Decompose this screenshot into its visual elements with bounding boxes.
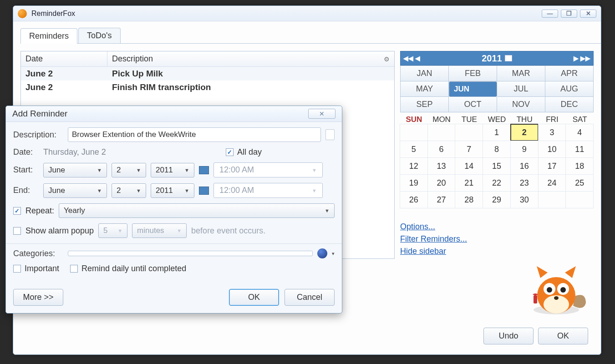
day-13[interactable]: 13 [427,157,456,175]
month-mar[interactable]: MAR [497,66,545,81]
dialog-ok-button[interactable]: OK [229,289,279,306]
day-30[interactable]: 30 [510,191,539,208]
day-25[interactable]: 25 [565,174,594,192]
ok-button[interactable]: OK [538,328,588,344]
alarm-checkbox[interactable] [13,227,21,235]
month-apr[interactable]: APR [545,66,594,81]
day-2[interactable]: 2 [510,124,539,141]
tab-reminders[interactable]: Reminders [20,28,77,44]
end-calendar-icon[interactable] [199,187,209,195]
day-26[interactable]: 26 [400,191,428,208]
undo-button[interactable]: Undo [483,328,534,344]
day-16[interactable]: 16 [510,157,539,175]
year-label[interactable]: 2011 [482,53,502,64]
start-month-select[interactable]: June▼ [43,163,107,177]
day-22[interactable]: 22 [483,174,511,192]
day-20[interactable]: 20 [427,174,456,192]
day-6[interactable]: 6 [427,141,456,158]
start-calendar-icon[interactable] [199,166,209,174]
options-link[interactable]: Options... [400,222,594,232]
month-jul[interactable]: JUL [497,81,545,97]
day-7[interactable]: 7 [455,141,483,158]
month-may[interactable]: MAY [401,81,449,97]
day-23[interactable]: 23 [510,174,539,192]
svg-point-6 [560,287,566,293]
day-29[interactable]: 29 [483,191,511,208]
day-17[interactable]: 17 [538,157,566,175]
alarm-number-select[interactable]: 5▼ [98,223,127,238]
year-prev-icon[interactable]: ◀ [415,55,420,62]
end-time-input[interactable]: 12:00 AM▼ [213,183,323,198]
maximize-button[interactable]: ❐ [561,10,577,18]
notes-icon[interactable] [325,129,335,140]
minimize-button[interactable]: — [542,10,558,18]
month-sep[interactable]: SEP [401,97,449,112]
year-next-fast-icon[interactable]: ▶▶ [580,55,590,62]
important-checkbox[interactable] [13,265,21,273]
day-1[interactable]: 1 [483,124,511,141]
day-10[interactable]: 10 [538,141,566,158]
month-nov[interactable]: NOV [497,97,545,112]
year-prev-fast-icon[interactable]: ◀◀ [403,55,413,62]
day-3[interactable]: 3 [538,124,566,141]
column-date[interactable]: Date [21,51,107,66]
dialog-cancel-button[interactable]: Cancel [285,289,335,306]
categories-input[interactable] [68,251,313,256]
remind-daily-checkbox[interactable] [70,265,78,273]
month-aug[interactable]: AUG [545,81,594,97]
day-12[interactable]: 12 [400,157,428,175]
titlebar[interactable]: ReminderFox — ❐ ✕ [13,6,601,21]
end-year-select[interactable]: 2011▼ [151,183,194,198]
end-month-select[interactable]: June▼ [43,183,107,198]
start-time-input[interactable]: 12:00 AM▼ [213,162,323,177]
month-jan[interactable]: JAN [401,66,449,81]
start-day-select[interactable]: 2▼ [112,163,146,177]
close-button[interactable]: ✕ [580,10,596,18]
description-input[interactable]: Browser Extention of the WeekWrite [68,127,321,142]
day-14[interactable]: 14 [455,157,483,175]
svg-rect-8 [534,295,537,303]
month-dec[interactable]: DEC [545,97,594,112]
repeat-select[interactable]: Yearly▼ [59,203,335,218]
remind-daily-label: Remind daily until completed [81,264,186,273]
month-oct[interactable]: OCT [449,97,497,112]
day-21[interactable]: 21 [455,174,483,192]
year-next-icon[interactable]: ▶ [574,55,579,62]
dow-label: WED [483,115,511,124]
day-11[interactable]: 11 [565,141,594,158]
app-icon [18,9,27,18]
day-18[interactable]: 18 [565,157,594,175]
day-empty [400,124,428,141]
categories-dropdown-icon[interactable]: ▾ [332,251,335,257]
column-description[interactable]: Description ⚙ [107,51,394,66]
dow-label: MON [428,115,456,124]
tab-todos[interactable]: ToDo's [78,28,120,43]
table-row[interactable]: June 2Finish RIM transcription [21,81,394,94]
day-28[interactable]: 28 [455,191,483,208]
day-5[interactable]: 5 [400,141,428,158]
end-day-select[interactable]: 2▼ [112,183,146,198]
column-options-icon[interactable]: ⚙ [384,56,390,63]
table-row[interactable]: June 2Pick Up Milk [21,67,394,81]
day-4[interactable]: 4 [565,124,594,141]
categories-picker-icon[interactable] [317,248,327,258]
calendar-icon[interactable] [505,55,512,61]
start-year-select[interactable]: 2011▼ [151,163,194,177]
dialog-titlebar[interactable]: Add Reminder ✕ [6,106,342,122]
day-9[interactable]: 9 [510,141,539,158]
day-24[interactable]: 24 [538,174,566,192]
repeat-checkbox[interactable]: ✓ [13,207,21,215]
alarm-unit-select[interactable]: minutes▼ [132,223,187,238]
day-empty [538,191,566,208]
month-jun[interactable]: JUN [449,81,497,97]
dialog-close-button[interactable]: ✕ [308,109,335,119]
day-15[interactable]: 15 [483,157,511,175]
month-feb[interactable]: FEB [449,66,497,81]
hide-sidebar-link[interactable]: Hide sidebar [400,247,594,256]
more-button[interactable]: More >> [13,289,63,306]
day-19[interactable]: 19 [400,174,428,192]
day-27[interactable]: 27 [427,191,456,208]
filter-reminders-link[interactable]: Filter Reminders... [400,234,594,244]
allday-checkbox[interactable]: ✓ [226,148,234,156]
day-8[interactable]: 8 [483,141,511,158]
